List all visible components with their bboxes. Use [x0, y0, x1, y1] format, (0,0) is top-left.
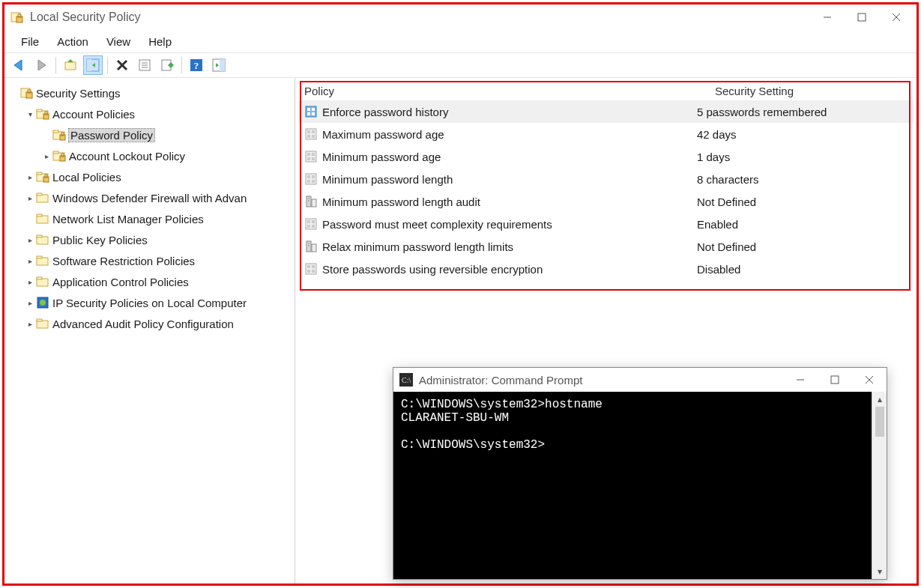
tree-item[interactable]: ▸Software Restriction Policies	[4, 250, 295, 271]
policy-setting: Disabled	[697, 263, 914, 276]
ipsec-icon	[36, 296, 49, 309]
chevron-down-icon[interactable]: ▾	[24, 110, 36, 118]
cmd-terminal[interactable]: C:\WINDOWS\system32>hostname CLARANET-SB…	[393, 392, 872, 579]
svg-rect-86	[307, 220, 310, 223]
titlebar: Local Security Policy	[4, 4, 917, 30]
tree-item-label: Account Policies	[52, 108, 135, 121]
doc-icon	[304, 127, 318, 141]
cmd-window[interactable]: C:\ Administrator: Command Prompt C:\WIN…	[393, 367, 887, 580]
chevron-right-icon[interactable]: ▸	[24, 299, 36, 307]
svg-rect-95	[307, 265, 310, 268]
svg-text:C:\: C:\	[402, 376, 411, 384]
svg-rect-9	[65, 62, 76, 70]
chevron-right-icon[interactable]: ▸	[24, 257, 36, 265]
svg-rect-87	[312, 220, 315, 223]
scroll-thumb[interactable]	[875, 407, 884, 437]
policy-row[interactable]: Minimum password length8 characters	[298, 168, 914, 190]
chevron-right-icon[interactable]: ▸	[24, 173, 36, 181]
back-button[interactable]	[9, 55, 28, 75]
svg-rect-52	[37, 235, 42, 237]
chevron-right-icon[interactable]: ▸	[24, 320, 36, 328]
tree-item[interactable]: ▸Password Policy	[4, 124, 295, 145]
cmd-titlebar[interactable]: C:\ Administrator: Command Prompt	[393, 368, 887, 392]
cmd-minimize-button[interactable]	[783, 369, 818, 391]
policy-grid: Policy Security Setting Enforce password…	[298, 81, 914, 280]
help-button[interactable]: ?	[187, 55, 206, 75]
svg-rect-74	[307, 157, 310, 160]
doc-icon	[304, 172, 318, 186]
policy-row[interactable]: Password must meet complexity requiremen…	[298, 213, 914, 235]
svg-rect-72	[307, 153, 310, 156]
tree-item[interactable]: ▸Windows Defender Firewall with Advan	[4, 187, 295, 208]
svg-rect-77	[307, 175, 310, 178]
tree-item[interactable]: ▸Account Lockout Policy	[4, 145, 295, 166]
header-setting[interactable]: Security Setting	[715, 85, 914, 97]
policy-row[interactable]: Enforce password history5 passwords reme…	[298, 100, 914, 123]
close-button[interactable]	[879, 6, 914, 28]
menubar: File Action View Help	[4, 30, 917, 52]
cmd-maximize-button[interactable]	[818, 369, 852, 391]
header-policy[interactable]: Policy	[304, 85, 715, 97]
folder-locked-icon	[36, 170, 49, 184]
policy-row[interactable]: Store passwords using reversible encrypt…	[298, 258, 914, 280]
forward-button[interactable]	[31, 55, 51, 75]
menu-view[interactable]: View	[97, 32, 139, 51]
policy-name: Maximum password age	[322, 128, 444, 141]
folder-locked-icon	[36, 107, 49, 121]
delete-button[interactable]	[112, 55, 132, 75]
tree-item[interactable]: ▸Security Settings	[4, 82, 295, 103]
up-button[interactable]	[61, 55, 80, 75]
tree-item-label: Public Key Policies	[52, 234, 148, 246]
svg-rect-40	[53, 151, 58, 154]
policy-row[interactable]: Minimum password age1 days	[298, 145, 914, 168]
svg-rect-78	[312, 175, 315, 178]
tree-item[interactable]: ▸Local Policies	[4, 166, 295, 187]
policy-row[interactable]: Maximum password age42 days	[298, 123, 914, 145]
tree-item[interactable]: ▸Advanced Audit Policy Configuration	[4, 313, 295, 334]
policy-name: Minimum password length	[322, 173, 453, 186]
svg-rect-73	[312, 153, 315, 156]
folder-icon	[36, 212, 49, 225]
action-pane-button[interactable]	[209, 55, 229, 75]
tree-item[interactable]: ▸Application Control Policies	[4, 271, 295, 292]
svg-rect-48	[37, 193, 42, 196]
svg-rect-65	[312, 112, 315, 115]
policy-name: Enforce password history	[322, 106, 448, 118]
cmd-scrollbar[interactable]: ▴ ▾	[872, 392, 887, 579]
scroll-down-icon[interactable]: ▾	[878, 564, 882, 579]
policy-setting: 42 days	[697, 128, 914, 141]
tree-item[interactable]: ▾Account Policies	[4, 103, 295, 124]
minimize-button[interactable]	[810, 6, 845, 28]
menu-file[interactable]: File	[12, 32, 48, 51]
scroll-up-icon[interactable]: ▴	[878, 392, 882, 407]
chevron-right-icon[interactable]: ▸	[24, 236, 36, 244]
chevron-right-icon[interactable]: ▸	[24, 194, 36, 202]
svg-rect-90	[307, 241, 311, 252]
menu-action[interactable]: Action	[48, 32, 97, 51]
toolbar-separator	[107, 57, 108, 73]
folder-locked-icon	[52, 128, 66, 142]
cmd-close-button[interactable]	[852, 369, 887, 391]
tree-item[interactable]: ▸Network List Manager Policies	[4, 208, 295, 229]
tree-item-label: Software Restriction Policies	[52, 255, 195, 267]
tree-item-label: Network List Manager Policies	[52, 213, 204, 225]
export-button[interactable]	[157, 55, 177, 75]
chevron-right-icon[interactable]: ▸	[24, 278, 36, 286]
svg-text:?: ?	[194, 60, 199, 71]
tree-item-label: IP Security Policies on Local Computer	[52, 297, 247, 309]
svg-rect-54	[37, 256, 42, 258]
menu-help[interactable]: Help	[139, 32, 181, 51]
svg-marker-7	[14, 60, 22, 70]
window-title: Local Security Policy	[30, 10, 810, 24]
svg-rect-68	[312, 130, 315, 133]
tree-item[interactable]: ▸Public Key Policies	[4, 229, 295, 250]
policy-row[interactable]: Minimum password length auditNot Defined	[298, 190, 914, 213]
tree-item[interactable]: ▸IP Security Policies on Local Computer	[4, 292, 295, 313]
maximize-button[interactable]	[845, 6, 879, 28]
svg-marker-10	[67, 59, 73, 62]
chevron-right-icon[interactable]: ▸	[40, 152, 52, 160]
folder-locked-icon	[52, 149, 66, 163]
show-hide-tree-button[interactable]	[83, 55, 103, 75]
policy-row[interactable]: Relax minimum password length limitsNot …	[298, 235, 914, 258]
properties-button[interactable]	[135, 55, 154, 75]
